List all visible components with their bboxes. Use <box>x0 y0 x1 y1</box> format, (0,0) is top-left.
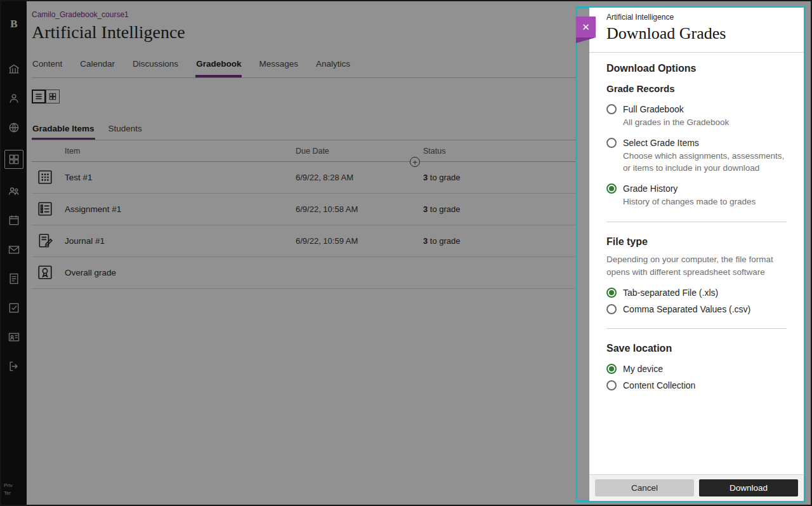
option-select-grade-items[interactable]: Select Grade Items Choose which assignme… <box>606 138 787 175</box>
option-description: Choose which assignments, assessments, o… <box>623 150 787 175</box>
option-comma-separated[interactable]: Comma Separated Values (.csv) <box>606 304 787 314</box>
panel-context: Artificial Intelligence <box>606 13 787 22</box>
option-tab-separated[interactable]: Tab-separated File (.xls) <box>606 288 787 298</box>
option-content-collection[interactable]: Content Collection <box>606 380 787 390</box>
panel-header: Artificial Intelligence Download Grades <box>589 8 804 53</box>
panel-footer: Cancel Download <box>589 474 804 501</box>
radio-grade-history[interactable] <box>606 183 617 194</box>
radio-tab-separated[interactable] <box>606 288 617 298</box>
divider <box>606 328 787 329</box>
radio-my-device[interactable] <box>606 364 617 374</box>
close-panel-button[interactable]: ✕ <box>576 17 596 37</box>
application-window: B <box>0 0 812 506</box>
close-icon: ✕ <box>582 22 590 33</box>
panel-title: Download Grades <box>606 24 787 43</box>
panel-body: Download Options Grade Records Full Grad… <box>589 53 804 501</box>
option-grade-history[interactable]: Grade History History of changes made to… <box>606 183 787 208</box>
option-full-gradebook[interactable]: Full Gradebook All grades in the Gradebo… <box>606 104 787 129</box>
divider <box>606 222 787 222</box>
option-description: All grades in the Gradebook <box>623 116 787 129</box>
option-description: History of changes made to grades <box>623 196 787 208</box>
cancel-button[interactable]: Cancel <box>595 479 694 496</box>
save-location-heading: Save location <box>606 343 787 354</box>
radio-select-grade-items[interactable] <box>606 138 617 148</box>
download-button[interactable]: Download <box>699 479 798 496</box>
download-options-heading: Download Options <box>606 63 787 74</box>
download-grades-panel: Artificial Intelligence Download Grades … <box>589 8 804 501</box>
option-my-device[interactable]: My device <box>606 364 787 374</box>
grade-records-heading: Grade Records <box>606 83 787 94</box>
radio-full-gradebook[interactable] <box>606 104 617 114</box>
file-type-heading: File type <box>606 236 787 248</box>
radio-content-collection[interactable] <box>606 380 617 390</box>
file-type-description: Depending on your computer, the file for… <box>606 253 787 278</box>
radio-comma-separated[interactable] <box>606 304 617 314</box>
